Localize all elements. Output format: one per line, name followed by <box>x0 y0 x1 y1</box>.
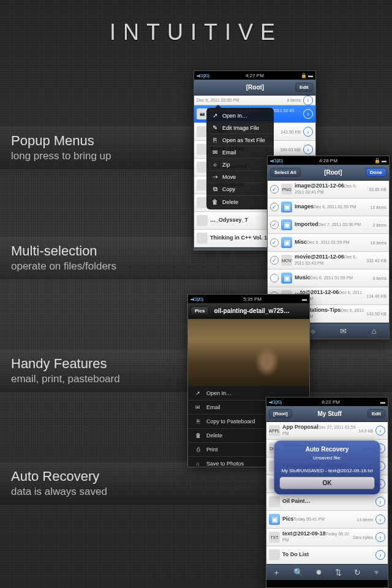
menu-item[interactable]: ✎Edit Image File <box>206 122 274 134</box>
file-icon <box>269 496 280 507</box>
action-icon: ✉ <box>194 404 202 410</box>
folder-icon: ▣ <box>281 273 292 284</box>
checkbox[interactable] <box>270 238 279 247</box>
alert-message: Unsaved file: My Stuff/UNSAVED - text@20… <box>279 455 375 474</box>
edit-button[interactable]: Edit <box>295 83 313 92</box>
file-icon <box>269 549 280 560</box>
toolbar-icon[interactable]: ⇅ <box>335 568 342 577</box>
toolbar-icon[interactable]: ᯤ <box>374 568 382 577</box>
list-row[interactable]: PNGimage@2011-12-06Dec 6, 2011 02:41 PM3… <box>268 181 389 198</box>
chevron-icon[interactable]: › <box>375 550 385 560</box>
list-row[interactable]: APPLApp ProposalDec 27, 2011 01:59 PM14.… <box>266 422 388 440</box>
clock: 4:28 PM <box>319 158 337 164</box>
chevron-icon[interactable]: › <box>375 532 385 542</box>
page-title: Intuitive <box>0 0 392 66</box>
menu-icon: ⎘ <box>211 137 219 143</box>
nav-bar: [Root] My Stuff Edit <box>266 406 388 422</box>
folder-icon: ▣ <box>281 202 292 213</box>
list-row[interactable]: ▣MiscDec 6, 2011 01:59 PM18 items <box>268 234 389 252</box>
toolbar-icon[interactable]: ⟐ <box>311 326 315 336</box>
back-button[interactable]: [Root] <box>269 409 292 418</box>
list-row[interactable]: ▣ImportedDec 7, 2011 03:36 PM2 items <box>268 216 389 234</box>
nav-title: My Stuff <box>292 410 368 417</box>
battery-icon: ▬ <box>380 399 385 405</box>
action-icon: ⌂ <box>194 461 202 467</box>
edit-button[interactable]: Edit <box>368 409 385 418</box>
toolbar: ＋🔍✸⇅↻ᯤ <box>266 564 388 580</box>
nav-bar: Select All [Root] Done <box>268 165 389 181</box>
status-bar: ••ııl 3 (2G) 6:22 PM ▬ <box>266 398 388 406</box>
action-icon: ⎘ <box>194 418 202 424</box>
select-all-button[interactable]: Select All <box>270 168 301 177</box>
nav-bar: [Root] Edit <box>194 80 315 96</box>
menu-icon: ⧉ <box>211 186 219 193</box>
list-row[interactable]: MOVmovie@2011-12-06Dec 6, 2011 02:43 PM3… <box>268 252 389 270</box>
menu-icon: 🗑 <box>211 198 219 205</box>
nav-title: [Root] <box>215 84 295 91</box>
list-row[interactable]: Oil Paint…› <box>266 493 388 511</box>
clock: 6:22 PM <box>322 399 340 405</box>
menu-item[interactable]: ↗Open In… <box>206 110 274 122</box>
menu-item[interactable]: ⎘Open as Text File <box>206 134 274 146</box>
menu-item[interactable]: ✉Email <box>206 146 274 159</box>
chevron-icon[interactable]: › <box>375 514 385 524</box>
list-row[interactable]: ▣ImagesDec 6, 2011 01:59 PM12 items <box>268 198 389 216</box>
toolbar-icon[interactable]: ✸ <box>315 568 322 577</box>
toolbar-icon[interactable]: ⌂ <box>372 326 377 336</box>
action-icon: ↗ <box>194 390 202 396</box>
alert-dialog: Auto Recovery Unsaved file: My Stuff/UNS… <box>274 440 380 495</box>
file-icon: PNG <box>281 184 292 195</box>
toolbar-icon[interactable]: ＋ <box>205 251 213 251</box>
signal-icon: ••ııl 3 (2G) <box>269 400 281 404</box>
signal-icon: ••ııl 3 (2G) <box>190 297 203 301</box>
signal-icon: ••ııl 3 (2G) <box>197 74 209 78</box>
file-icon <box>197 233 208 244</box>
list-row[interactable]: Dec 6, 2011 02:00 PM 8 items › <box>194 96 315 105</box>
list-row[interactable]: To Do List› <box>266 546 388 564</box>
toolbar-icon[interactable]: 🔍 <box>293 568 303 577</box>
done-button[interactable]: Done <box>366 168 386 177</box>
clock: 5:35 PM <box>243 296 262 302</box>
menu-item[interactable]: ⧉Copy <box>206 183 274 196</box>
menu-item[interactable]: 🗑Delete <box>206 196 274 208</box>
battery-icon: 🔒 ▬ <box>374 158 386 164</box>
list-row[interactable]: TXTtext@2012-09-18Today 06:22 PMZero byt… <box>266 529 388 546</box>
chevron-icon[interactable]: › <box>303 145 313 154</box>
folder-icon: ▣ <box>281 237 292 248</box>
menu-icon: ↗ <box>211 112 219 119</box>
action-icon: ⎙ <box>194 447 202 453</box>
image-preview[interactable] <box>188 319 309 386</box>
ok-button[interactable]: OK <box>279 477 375 489</box>
chevron-icon[interactable]: › <box>375 426 385 435</box>
chevron-icon[interactable]: › <box>303 127 313 137</box>
chevron-icon[interactable]: › <box>375 497 385 507</box>
back-button[interactable]: Pics <box>190 306 209 315</box>
checkbox[interactable] <box>270 256 279 265</box>
status-bar: ••ııl 3 (2G) 4:27 PM 🔒 ▬ <box>194 71 315 80</box>
toolbar-icon[interactable]: ↻ <box>354 568 361 577</box>
folder-icon: ▣ <box>269 514 280 525</box>
checkbox[interactable] <box>270 185 279 194</box>
status-bar: ••ııl 3 (2G) 5:35 PM ▬ <box>188 295 309 303</box>
chevron-icon[interactable]: › <box>303 96 313 105</box>
file-icon: TXT <box>269 532 280 543</box>
toolbar-icon[interactable]: ＋ <box>273 567 281 578</box>
signal-icon: ••ııl 3 (2G) <box>270 159 282 163</box>
checkbox[interactable] <box>270 203 279 211</box>
toolbar-icon[interactable]: ✉ <box>340 326 347 336</box>
chevron-icon[interactable]: › <box>303 109 313 119</box>
nav-title: [Root] <box>301 169 366 176</box>
battery-icon: 🔒 ▬ <box>301 73 313 78</box>
menu-icon: ✉ <box>211 149 219 156</box>
menu-item[interactable]: ⟐Zip <box>206 159 274 171</box>
checkbox[interactable] <box>270 221 279 229</box>
nav-bar: Pics oil-painting-detail_w725… <box>188 303 309 319</box>
menu-item[interactable]: ⇢Move <box>206 171 274 183</box>
menu-icon: ⇢ <box>211 173 219 180</box>
list-row[interactable]: ▣PicsToday 05:41 PM14 items› <box>266 511 388 529</box>
status-bar: ••ııl 3 (2G) 4:28 PM 🔒 ▬ <box>268 156 389 165</box>
list-row[interactable]: ▣MusicDec 6, 2011 01:59 PM8 items <box>268 270 389 287</box>
checkbox[interactable] <box>270 274 279 282</box>
file-icon: MOV <box>281 255 292 266</box>
folder-icon: ▣ <box>281 219 292 230</box>
